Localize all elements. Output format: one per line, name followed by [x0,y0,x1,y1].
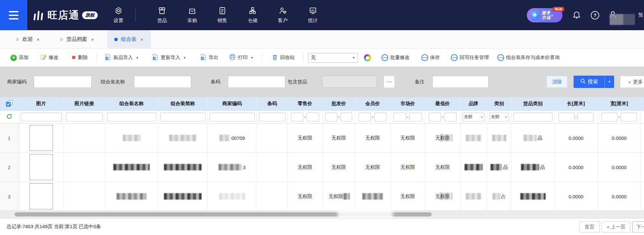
col-header-goods-category[interactable]: 货品类别 [511,97,554,110]
first-page-button[interactable]: 首页 [579,221,600,232]
export-button[interactable]: 导出 [200,54,218,62]
col-header-category[interactable]: 类别 [487,97,511,110]
filter-width-max[interactable] [621,113,637,121]
tab-goods-archive[interactable]: 货品档案 × [53,30,102,48]
records-summary: 总记录:7403 共149页 当前:第1页 已选中0条 [6,224,101,230]
add-button[interactable]: +添加 [10,55,29,61]
menu-item-customer[interactable]: 客户 [272,6,293,24]
filter-dropdown-category[interactable]: 全部∨ [489,113,509,121]
hamburger-menu-button[interactable] [0,0,27,30]
print-button[interactable]: 打印▼ [229,54,254,62]
filter-input-image-link[interactable] [66,113,103,121]
horizontal-scrollbar[interactable] [0,210,644,218]
batch-edit-button[interactable]: 批量修改 [381,54,410,61]
filter-input-image[interactable] [21,113,62,121]
logo-icon [33,10,45,21]
prev-page-button[interactable]: « 上一页 [602,221,630,232]
col-header-combo-short-name[interactable]: 组合装简称 [158,97,207,110]
filter-dropdown-brand[interactable]: 全部∨ [463,113,485,121]
search-button[interactable]: 搜索 ▼ [574,76,614,88]
filter-lowest-max[interactable] [444,113,457,121]
col-header-wholesale-price[interactable]: 批发价 [322,97,355,110]
scrollbar-thumb[interactable] [15,212,432,216]
filter-input-merchant-code[interactable] [210,113,255,121]
recycle-bin-button[interactable]: 回收站 [271,54,295,62]
close-icon[interactable]: × [140,37,144,42]
filter-length-min[interactable] [558,113,575,121]
search-dropdown-caret[interactable]: ▼ [604,76,614,88]
ellipsis-picker-button[interactable]: ··· [384,76,395,88]
col-header-image-link[interactable]: 图片链接 [64,97,105,110]
col-header-barcode[interactable]: 条码 [257,97,288,110]
save-button[interactable]: 保存 [421,54,440,61]
filter-market-min[interactable] [393,113,406,121]
menu-item-sales[interactable]: 销售 [212,6,233,24]
filter-market-max[interactable] [409,113,422,121]
barcode-input[interactable] [228,76,285,88]
filter-width-min[interactable] [601,113,618,121]
filter-input-combo-short-name[interactable] [160,113,205,121]
filter-input-combo-name[interactable] [107,113,156,121]
help-icon[interactable]: ? [591,11,599,19]
next-page-button[interactable]: 下一页 [632,221,644,232]
combo-stock-query-button[interactable]: 组合装库存与成本价查询 [497,54,560,61]
col-header-retail-price[interactable]: 零售价 [288,97,322,110]
table-row[interactable]: 3无权限无权限无权限无权限占0.00000.0000 [0,182,644,210]
tab-welcome[interactable]: 欢迎 × [8,30,47,48]
cell-text-fragment: 品 [503,164,508,170]
product-image-box[interactable] [30,154,53,180]
import-update-button[interactable]: 更新导入▼ [152,54,186,62]
menu-item-stats[interactable]: 统计 [303,6,323,24]
filter-wholesale-max[interactable] [340,113,352,121]
col-header-length-cm[interactable]: 长[厘米] [554,97,598,110]
filter-input-barcode[interactable] [259,113,286,121]
close-icon[interactable]: × [91,37,95,42]
close-icon[interactable]: × [36,37,40,42]
user-avatar-icon[interactable] [608,10,617,20]
filter-input-goods-category[interactable] [514,113,552,121]
cell-member-price [355,182,390,210]
refresh-filter-cell[interactable] [0,110,19,123]
col-header-merchant-code[interactable]: 商家编码 [207,97,257,110]
table-row[interactable]: 23无权限无权限无权限无权限无权限品品0.00000.0000 [0,153,644,182]
col-header-brand[interactable]: 品牌 [460,97,487,110]
writeback-task-button[interactable]: 回写任务管理 [451,54,489,61]
merchant-code-input[interactable] [34,76,92,88]
filter-length-max[interactable] [577,113,594,121]
cell-width-cm: 0.0000 [598,123,641,153]
col-header-lowest-price[interactable]: 最低价 [425,97,460,110]
delete-button[interactable]: ✖删除 [71,54,88,61]
color-wheel-icon[interactable] [364,54,371,61]
filter-lowest-min[interactable] [428,113,441,121]
filter-retail-min[interactable] [291,113,303,121]
col-header-width-cm[interactable]: 宽[厘米] [598,97,641,110]
notification-bell-icon[interactable] [572,11,581,19]
service-market-badge[interactable]: ❖ 服务市场 › NEW [527,8,563,22]
menu-item-settings[interactable]: 设置 [108,6,129,24]
col-header-member-price[interactable]: 会员价 [355,97,390,110]
filter-member-min[interactable] [358,113,371,121]
menu-item-goods[interactable]: 货品 [152,6,172,24]
filter-retail-max[interactable] [306,113,319,121]
filter-wholesale-min[interactable] [325,113,337,121]
col-header-image[interactable]: 图片 [19,97,64,110]
filter-member-max[interactable] [374,113,387,121]
refresh-icon[interactable] [6,115,12,120]
table-row[interactable]: 100709无权限无权限无权限无权限无权限品0.00000.0000 [0,123,644,153]
combo-name-input[interactable] [134,76,191,88]
more-button[interactable]: ∨ 更多 [620,76,644,88]
tab-combo-active[interactable]: 组合装 × [107,30,151,48]
menu-item-warehouse[interactable]: 仓储 [242,6,263,24]
contains-goods-input[interactable] [322,76,377,88]
select-all-checkbox[interactable] [0,97,19,110]
import-new-button[interactable]: 新品导入▼ [104,54,139,62]
clear-button[interactable]: 清除 [547,76,567,88]
product-image-box[interactable] [30,183,53,209]
col-header-market-price[interactable]: 市场价 [390,97,425,110]
edit-button[interactable]: 修改 [40,54,58,61]
menu-item-purchase[interactable]: 采购 [182,6,203,24]
scheme-select[interactable]: 无▼ [308,53,358,63]
product-image-box[interactable] [30,125,53,151]
remark-input[interactable] [432,76,489,88]
col-header-combo-name[interactable]: 组合装名称 [105,97,158,110]
